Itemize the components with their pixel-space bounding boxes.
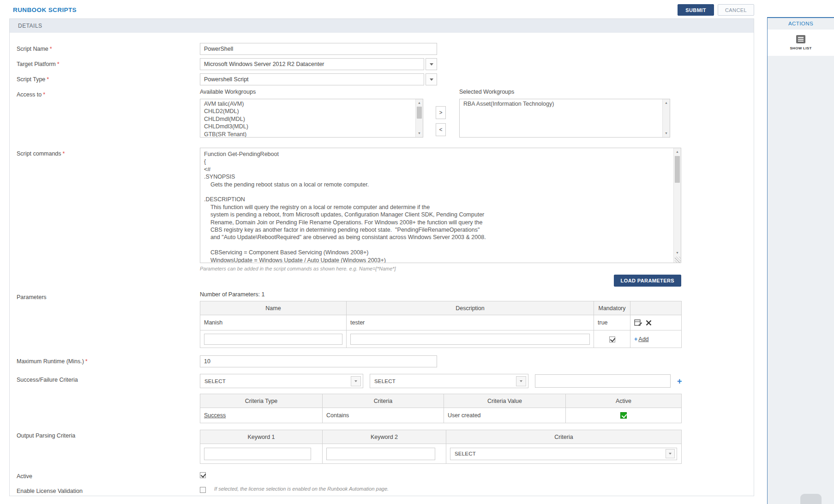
load-parameters-button[interactable]: LOAD PARAMETERS — [614, 275, 681, 287]
scrollbar: ▲ ▼ — [673, 148, 681, 263]
list-item[interactable]: AVM talic(AVM) — [200, 100, 423, 108]
column-header-criteria-type: Criteria Type — [200, 394, 323, 408]
label-text: Script commands — [17, 150, 61, 157]
script-commands-textarea[interactable]: Function Get-PendingReboot { <# .SYNOPSI… — [200, 148, 681, 263]
script-commands-wrap: Function Get-PendingReboot { <# .SYNOPSI… — [200, 148, 681, 263]
chevron-down-icon[interactable] — [516, 376, 526, 386]
details-panel: DETAILS Script Name Target Platform Micr… — [9, 18, 754, 496]
new-param-mandatory-checkbox[interactable] — [609, 336, 615, 342]
scrollbar-thumb[interactable] — [675, 156, 680, 183]
parameters-header-row: Name Description Mandatory — [200, 301, 682, 315]
chevron-down-icon[interactable] — [351, 376, 361, 386]
max-runtime-input[interactable] — [200, 355, 437, 367]
available-workgroups-label: Available Workgroups — [200, 89, 423, 95]
column-header-active: Active — [566, 394, 682, 408]
chevron-down-icon[interactable] — [666, 449, 675, 458]
delete-parameter-icon[interactable] — [646, 320, 652, 326]
list-item[interactable]: RBA Asset(Information Technology) — [460, 100, 670, 108]
scroll-up-icon[interactable]: ▲ — [663, 100, 670, 106]
scroll-down-icon[interactable]: ▼ — [674, 250, 681, 256]
scroll-up-icon[interactable]: ▲ — [416, 100, 423, 106]
chevron-down-icon[interactable] — [426, 58, 437, 70]
new-param-description-input[interactable] — [350, 334, 590, 345]
label-text: Target Platform — [17, 61, 56, 67]
list-item[interactable]: CHLDmdl3(MDL) — [200, 123, 423, 130]
script-commands-row: Script commands Function Get-PendingRebo… — [17, 148, 747, 287]
parameters-label: Parameters — [17, 291, 200, 348]
selected-workgroups-items: RBA Asset(Information Technology) — [460, 99, 670, 108]
output-parsing-row: Output Parsing Criteria Keyword 1 Keywor… — [17, 430, 747, 464]
workgroup-transfer-buttons: > < — [436, 106, 446, 138]
script-name-input[interactable] — [200, 43, 437, 55]
label-text: Enable License Validation — [17, 488, 83, 494]
success-failure-label: Success/Failure Criteria — [17, 374, 200, 388]
move-left-button[interactable]: < — [436, 123, 446, 136]
criteria-value-input[interactable] — [535, 374, 671, 388]
select-value: SELECT — [450, 451, 476, 456]
edit-parameter-icon[interactable] — [634, 319, 642, 326]
license-validation-checkbox[interactable] — [200, 487, 206, 493]
output-criteria-select[interactable]: SELECT — [450, 448, 677, 460]
plus-icon: + — [634, 336, 637, 342]
move-right-button[interactable]: > — [436, 106, 446, 119]
add-parameter-link[interactable]: +Add — [634, 336, 649, 342]
keyword1-input[interactable] — [204, 448, 311, 460]
criteria-select[interactable]: SELECT — [370, 374, 528, 388]
available-workgroups-list[interactable]: AVM talic(AVM) CHLD2(MDL) CHLDmdl(MDL) C… — [200, 99, 423, 138]
page-title: RUNBOOK SCRIPTS — [13, 6, 77, 13]
selected-workgroups-list[interactable]: RBA Asset(Information Technology) ▲ ▼ — [459, 99, 670, 138]
target-platform-select[interactable]: Microsoft Windows Server 2012 R2 Datacen… — [200, 58, 437, 70]
required-asterisk — [85, 358, 88, 365]
submit-button[interactable]: SUBMIT — [678, 4, 714, 16]
label-text: Script Name — [17, 46, 48, 52]
keyword2-input[interactable] — [326, 448, 435, 460]
active-checkbox[interactable] — [200, 472, 206, 478]
license-validation-row: Enable License Validation If selected, t… — [17, 485, 747, 494]
scroll-top-button[interactable] — [800, 494, 822, 504]
list-item[interactable]: CHLD2(MDL) — [200, 108, 423, 115]
list-item[interactable]: GTB(SR Tenant) — [200, 131, 423, 138]
table-row: Success Contains User created — [200, 408, 682, 423]
load-parameters-row: LOAD PARAMETERS — [200, 275, 681, 287]
cancel-button[interactable]: CANCEL — [718, 4, 754, 16]
script-type-select[interactable]: Powershell Script — [200, 73, 437, 85]
target-platform-row: Target Platform Microsoft Windows Server… — [17, 58, 747, 70]
access-to-label: Access to — [17, 89, 200, 138]
add-criteria-icon[interactable]: + — [677, 377, 682, 385]
script-type-row: Script Type Powershell Script — [17, 73, 747, 85]
scroll-up-icon[interactable]: ▲ — [674, 149, 681, 155]
script-commands-label: Script commands — [17, 148, 200, 287]
success-failure-row: Success/Failure Criteria SELECT SELECT + — [17, 374, 747, 388]
scrollbar-thumb[interactable] — [417, 107, 422, 119]
target-platform-selected-value: Microsoft Windows Server 2012 R2 Datacen… — [200, 58, 424, 70]
label-text: Access to — [17, 91, 42, 98]
show-list-button[interactable]: SHOW LIST — [768, 30, 834, 56]
scroll-down-icon[interactable]: ▼ — [416, 130, 423, 137]
workgroups-picker: Available Workgroups AVM talic(AVM) CHLD… — [200, 89, 670, 138]
script-name-label: Script Name — [17, 43, 200, 55]
criteria-type-link[interactable]: Success — [204, 412, 226, 419]
add-label: Add — [638, 336, 648, 342]
column-header-keyword2: Keyword 2 — [323, 430, 446, 444]
column-header-name: Name — [200, 301, 347, 315]
list-item[interactable]: CHLDmdl(MDL) — [200, 115, 423, 123]
criteria-active-checkbox[interactable] — [620, 412, 627, 419]
resize-grip[interactable] — [675, 257, 681, 263]
criteria-type-select[interactable]: SELECT — [200, 374, 363, 388]
success-failure-controls: SELECT SELECT + — [200, 374, 682, 388]
new-param-name-input[interactable] — [204, 334, 342, 345]
actions-title: ACTIONS — [768, 18, 834, 30]
license-validation-hint: If selected, the license selection is en… — [214, 485, 389, 492]
parameters-count: Number of Parameters: 1 — [200, 291, 682, 298]
chevron-down-icon[interactable] — [426, 73, 437, 85]
criteria-cell: Contains — [323, 408, 444, 423]
scroll-down-icon[interactable]: ▼ — [663, 130, 670, 137]
parameters-table: Name Description Mandatory Manish tester… — [200, 301, 682, 348]
column-header-description: Description — [347, 301, 594, 315]
license-validation-label: Enable License Validation — [17, 485, 200, 494]
active-row: Active — [17, 470, 747, 480]
criteria-header-row: Criteria Type Criteria Criteria Value Ac… — [200, 394, 682, 408]
script-type-selected-value: Powershell Script — [200, 73, 424, 85]
label-text: Success/Failure Criteria — [17, 377, 78, 383]
max-runtime-label: Maximum Runtime (Mins.) — [17, 355, 200, 367]
